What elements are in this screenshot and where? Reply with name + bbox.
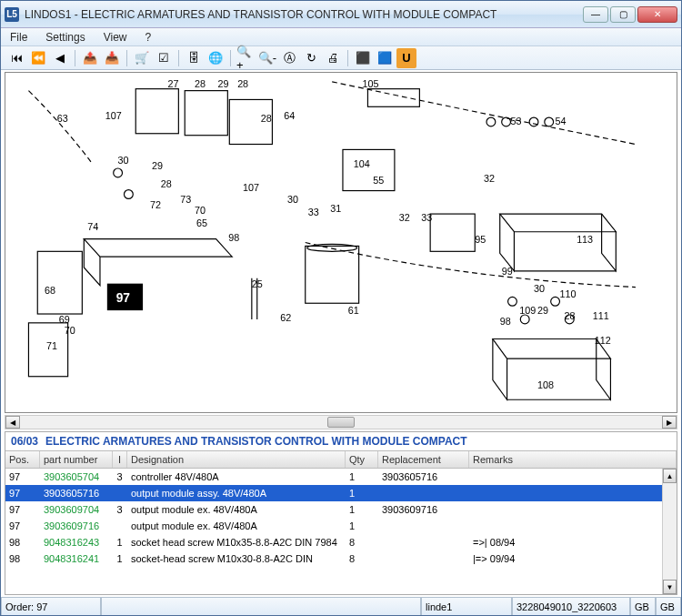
callout-label[interactable]: 30 xyxy=(287,194,298,205)
callout-label[interactable]: 70 xyxy=(65,325,75,336)
callout-label[interactable]: 109 xyxy=(519,305,536,316)
callout-label[interactable]: 98 xyxy=(500,316,511,327)
check-icon[interactable]: ☑ xyxy=(154,48,174,68)
hscroll-track[interactable] xyxy=(20,416,662,429)
menu-help[interactable]: ? xyxy=(142,30,155,45)
table-row[interactable]: 973903609716output module ex. 48V/480A1 xyxy=(5,518,677,534)
vscroll-track[interactable] xyxy=(663,483,677,580)
callout-label[interactable]: 107 xyxy=(243,182,259,193)
callout-label[interactable]: 95 xyxy=(475,234,486,245)
callout-label[interactable]: 98 xyxy=(228,232,239,243)
flag-icon[interactable]: ⬛ xyxy=(353,48,373,68)
callout-label[interactable]: 107 xyxy=(105,110,122,121)
scroll-left-button[interactable]: ◀ xyxy=(5,416,20,429)
minimize-button[interactable]: — xyxy=(583,6,608,23)
callout-label[interactable]: 62 xyxy=(280,312,291,323)
callout-label[interactable]: 29 xyxy=(218,78,229,89)
refresh-icon[interactable]: ↻ xyxy=(301,48,321,68)
callout-label[interactable]: 112 xyxy=(595,335,611,346)
callout-label[interactable]: 28 xyxy=(195,78,206,89)
menu-settings[interactable]: Settings xyxy=(42,30,88,45)
callout-label[interactable]: 30 xyxy=(118,155,129,166)
cell-pos: 97 xyxy=(5,503,40,516)
rewind-icon[interactable]: ⏪ xyxy=(28,48,48,68)
callout-label[interactable]: 111 xyxy=(593,310,609,321)
callout-label[interactable]: 74 xyxy=(87,221,98,232)
callout-label[interactable]: 28 xyxy=(564,310,575,321)
callout-label[interactable]: 30 xyxy=(534,283,545,294)
table-row[interactable]: 9890483162411socket-head screw M10x30-8.… xyxy=(5,550,677,567)
callout-label[interactable]: 25 xyxy=(252,278,263,289)
callout-label[interactable]: 32 xyxy=(399,212,410,223)
table-vscrollbar[interactable]: ▲ ▼ xyxy=(662,469,677,594)
table-row[interactable]: 9739036057043controller 48V/480A13903605… xyxy=(5,469,677,485)
th-partnumber[interactable]: part number xyxy=(40,451,113,468)
scroll-up-button[interactable]: ▲ xyxy=(663,469,677,483)
callout-label[interactable]: 73 xyxy=(180,194,191,205)
u-icon[interactable]: U xyxy=(396,48,416,68)
menu-view[interactable]: View xyxy=(100,30,131,45)
scroll-down-button[interactable]: ▼ xyxy=(663,580,677,594)
drawing-viewport[interactable]: 97 6310727282928286410553543029287370651… xyxy=(5,72,677,413)
a-tool-icon[interactable]: Ⓐ xyxy=(279,48,299,68)
zoomin-icon[interactable]: 🔍+ xyxy=(236,48,256,68)
callout-label[interactable]: 29 xyxy=(152,160,163,171)
callout-label[interactable]: 54 xyxy=(556,116,567,126)
maximize-button[interactable]: ▢ xyxy=(610,6,636,23)
callout-label[interactable]: 68 xyxy=(45,285,55,296)
hscroll-thumb[interactable] xyxy=(327,417,355,428)
close-button[interactable]: ✕ xyxy=(637,6,677,23)
callout-label[interactable]: 110 xyxy=(559,288,576,299)
callout-label[interactable]: 27 xyxy=(168,78,179,89)
th-qty[interactable]: Qty xyxy=(346,451,378,468)
first-icon[interactable]: ⏮ xyxy=(6,48,26,68)
table-row[interactable]: 9890483162431socket head screw M10x35-8.… xyxy=(5,534,677,550)
th-remarks[interactable]: Remarks xyxy=(469,451,677,468)
status-lang1[interactable]: GB xyxy=(630,598,656,615)
th-i[interactable]: I xyxy=(113,451,127,468)
callout-label[interactable]: 33 xyxy=(308,207,319,217)
callout-label[interactable]: 53 xyxy=(511,116,522,126)
callout-label[interactable]: 55 xyxy=(373,175,384,186)
menu-file[interactable]: File xyxy=(6,30,31,45)
callout-label[interactable]: 28 xyxy=(161,178,172,189)
th-replacement[interactable]: Replacement xyxy=(378,451,469,468)
prev-icon[interactable]: ◀ xyxy=(50,48,70,68)
callout-label[interactable]: 108 xyxy=(537,379,554,390)
export-icon[interactable]: 📤 xyxy=(80,48,100,68)
th-pos[interactable]: Pos. xyxy=(5,451,40,468)
callout-label[interactable]: 69 xyxy=(59,314,70,325)
callout-label[interactable]: 72 xyxy=(150,199,161,210)
status-lang2[interactable]: GB xyxy=(656,598,681,615)
callout-label[interactable]: 28 xyxy=(237,78,248,89)
table-row[interactable]: 9739036097043output module ex. 48V/480A1… xyxy=(5,501,677,518)
th-designation[interactable]: Designation xyxy=(127,451,346,468)
globe-icon[interactable]: 🌐 xyxy=(206,48,226,68)
callout-label[interactable]: 31 xyxy=(330,203,341,214)
callout-label[interactable]: 29 xyxy=(537,305,548,316)
callout-label[interactable]: 33 xyxy=(421,212,432,223)
db-icon[interactable]: 🗄 xyxy=(184,48,204,68)
cell-qty: 8 xyxy=(346,552,378,565)
callout-label[interactable]: 105 xyxy=(363,78,379,89)
eu-icon[interactable]: 🟦 xyxy=(375,48,395,68)
callout-label[interactable]: 70 xyxy=(195,205,206,216)
callout-label[interactable]: 65 xyxy=(196,217,207,228)
drawing-hscrollbar[interactable]: ◀ ▶ xyxy=(5,415,677,429)
callout-label[interactable]: 104 xyxy=(354,158,370,169)
scroll-right-button[interactable]: ▶ xyxy=(662,416,677,429)
cart-icon[interactable]: 🛒 xyxy=(132,48,152,68)
callout-label[interactable]: 32 xyxy=(484,173,495,184)
callout-label[interactable]: 63 xyxy=(57,113,68,124)
zoomout-icon[interactable]: 🔍- xyxy=(257,48,277,68)
table-row[interactable]: 973903605716output module assy. 48V/480A… xyxy=(5,485,677,501)
callout-label[interactable]: 71 xyxy=(46,340,57,351)
callout-label[interactable]: 61 xyxy=(348,305,359,316)
callout-label[interactable]: 64 xyxy=(284,110,295,121)
import-icon[interactable]: 📥 xyxy=(102,48,122,68)
callout-label[interactable]: 99 xyxy=(502,266,513,277)
print-icon[interactable]: 🖨 xyxy=(323,48,343,68)
titlebar[interactable]: L5 LINDOS1 - ELECTRIC ARMATURES AND TRAN… xyxy=(1,1,681,28)
callout-label[interactable]: 28 xyxy=(261,113,272,124)
callout-label[interactable]: 113 xyxy=(577,234,593,245)
